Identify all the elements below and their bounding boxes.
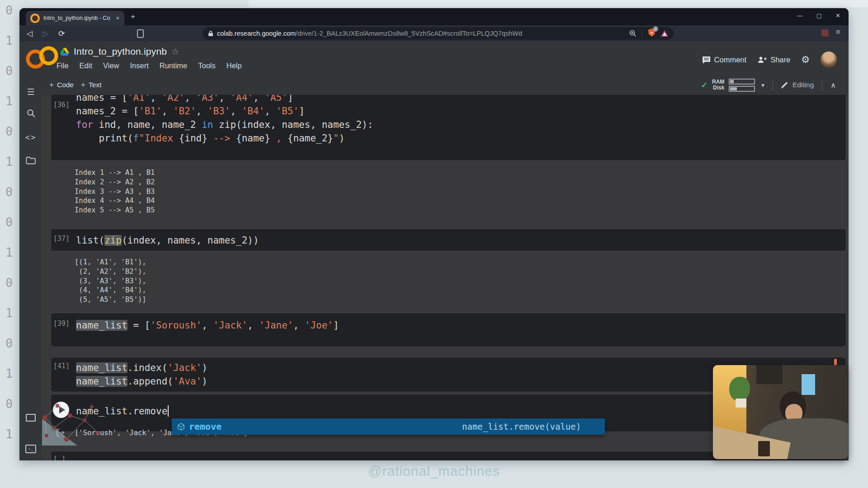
drive-icon [60, 48, 69, 56]
network-graph-decoration [42, 397, 109, 446]
webcam-overlay [713, 365, 848, 459]
maximize-button[interactable]: ▢ [816, 12, 822, 19]
execution-count: [37] [53, 235, 74, 243]
menu-item-help[interactable]: Help [226, 61, 242, 70]
colab-header: Intro_to_python.ipynb ☆ FileEditViewInse… [19, 42, 849, 75]
colab-favicon [30, 14, 40, 23]
star-icon[interactable]: ☆ [171, 47, 179, 57]
new-tab-button[interactable]: + [131, 12, 135, 21]
binary-digit: 1 [3, 155, 15, 185]
binary-digit: 1 [3, 427, 15, 458]
back-button[interactable]: ◁ [27, 29, 33, 38]
menu-item-edit[interactable]: Edit [80, 61, 92, 70]
settings-gear-icon[interactable]: ⚙ [801, 54, 810, 65]
menu-item-tools[interactable]: Tools [198, 61, 216, 70]
left-rail: ☰ <> ›_ [19, 75, 42, 460]
resources-dropdown-icon[interactable]: ▾ [761, 82, 764, 89]
share-icon [757, 56, 767, 63]
share-label: Share [770, 56, 790, 64]
binary-digit: 0 [3, 125, 15, 155]
code-cell-37[interactable]: [37] list(zip(index, names, names_2)) [51, 229, 846, 251]
bookmark-icon[interactable] [137, 29, 144, 38]
address-bar[interactable]: colab.research.google.com/drive/1-2_BALc… [203, 27, 674, 40]
binary-digit: 0 [3, 337, 15, 367]
window-close-button[interactable]: ✕ [835, 12, 840, 19]
add-text-button[interactable]: + Text [81, 80, 101, 89]
text-cursor [168, 405, 169, 417]
find-replace-icon[interactable] [19, 108, 42, 120]
comment-button[interactable]: Comment [702, 56, 747, 64]
divider [822, 80, 822, 90]
autocomplete-popup[interactable]: remove name_list.remove(value) [172, 418, 605, 435]
menu-item-runtime[interactable]: Runtime [160, 61, 187, 70]
extension-icon[interactable] [821, 29, 829, 37]
menu-item-file[interactable]: File [57, 61, 69, 70]
collapse-header-icon[interactable]: ∧ [830, 81, 836, 89]
forward-button[interactable]: ▷ [42, 29, 48, 38]
execution-count: [41] [53, 362, 74, 370]
code-cell-39[interactable]: [39] name_list = ['Soroush', 'Jack', 'Ja… [51, 313, 846, 347]
method-cube-icon [177, 423, 185, 431]
binary-digit: 0 [3, 4, 15, 34]
connected-check-icon: ✓ [701, 80, 708, 90]
colab-logo[interactable] [24, 44, 60, 70]
binary-digit: 0 [3, 397, 15, 427]
binary-digit: 1 [3, 94, 15, 125]
code-snippets-icon[interactable]: <> [19, 133, 42, 142]
webcam-plant [729, 377, 750, 401]
comment-icon [702, 56, 711, 64]
pencil-icon [781, 82, 788, 89]
binary-digit: 1 [3, 367, 15, 397]
notebook-title[interactable]: Intro_to_python.ipynb [74, 46, 167, 57]
code-cell-36[interactable]: [36] names = ['A1', 'A2', 'A3', 'A4', 'A… [51, 95, 846, 161]
browser-menu-icon[interactable]: ≡ [836, 28, 840, 36]
menu-bar: FileEditViewInsertRuntimeToolsHelp [57, 61, 242, 70]
terminal-icon[interactable]: ›_ [19, 445, 42, 453]
lock-icon [208, 30, 213, 37]
add-text-label: Text [89, 81, 101, 89]
webcam-books [756, 365, 783, 384]
share-button[interactable]: Share [757, 56, 790, 64]
editing-mode-button[interactable]: Editing [793, 81, 814, 89]
brave-rewards-icon[interactable] [661, 30, 668, 37]
reload-button[interactable]: ⟳ [58, 29, 65, 38]
user-avatar[interactable] [821, 52, 837, 68]
tab-close-icon[interactable]: ✕ [116, 15, 120, 21]
table-of-contents-icon[interactable]: ☰ [19, 87, 42, 97]
divider [642, 30, 642, 37]
binary-digit: 0 [3, 216, 15, 246]
browser-tab[interactable]: Intro_to_python.ipynb - Colabora ✕ [26, 11, 124, 25]
execution-count: [ ] [53, 455, 74, 460]
url-path: /drive/1-2_BALc3UXEolAmwmzDs8w8_5VzhScAD… [296, 30, 522, 37]
browser-navbar: ◁ ▷ ⟳ colab.research.google.com/drive/1-… [19, 25, 849, 42]
channel-watermark: @rational_machines [0, 464, 868, 479]
execution-count: [39] [53, 319, 74, 328]
execution-count: [36] [53, 101, 74, 109]
tab-strip: Intro_to_python.ipynb - Colabora ✕ + — ▢… [19, 8, 849, 25]
webcam-screen [802, 374, 815, 395]
command-palette-icon[interactable] [19, 414, 42, 422]
files-folder-icon[interactable] [19, 156, 42, 166]
autocomplete-label: remove [189, 421, 222, 432]
menu-item-view[interactable]: View [103, 61, 119, 70]
brave-shield-icon[interactable]: 2 [648, 28, 656, 38]
shield-badge: 2 [653, 26, 658, 32]
binary-digit: 0 [3, 276, 15, 306]
webcam-mug [758, 441, 770, 456]
binary-digit: 1 [3, 34, 15, 64]
url-domain: colab.research.google.com [217, 30, 296, 37]
plus-icon: + [49, 80, 54, 89]
webcam-pot [736, 399, 746, 408]
menu-item-insert[interactable]: Insert [130, 61, 149, 70]
resource-meters[interactable] [729, 79, 755, 92]
binary-rail: 010101001010101 [3, 4, 15, 458]
autocomplete-detail: name_list.remove(value) [462, 422, 581, 432]
add-code-button[interactable]: + Code [49, 80, 74, 89]
minimize-button[interactable]: — [797, 12, 803, 19]
background-highlight [249, 0, 868, 7]
cell-output: [(1, 'A1', 'B1'), (2, 'A2', 'B2'), (3, '… [75, 258, 146, 305]
add-code-label: Code [57, 81, 74, 89]
zoom-page-icon[interactable] [629, 30, 637, 37]
binary-digit: 0 [3, 64, 15, 94]
ram-meter [729, 79, 755, 84]
